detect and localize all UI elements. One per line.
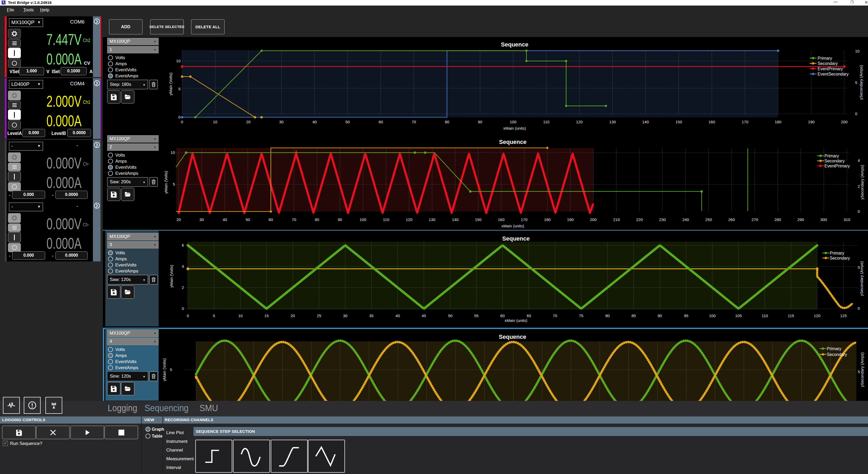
svg-text:yMain (Volts): yMain (Volts): [162, 358, 166, 381]
svg-text:5: 5: [170, 367, 172, 372]
svg-text:Sequence: Sequence: [499, 333, 526, 340]
svg-text:Primary: Primary: [827, 347, 841, 351]
svg-text:Secondary: Secondary: [827, 352, 847, 357]
svg-text:ySecondary (Amps): ySecondary (Amps): [860, 352, 864, 387]
